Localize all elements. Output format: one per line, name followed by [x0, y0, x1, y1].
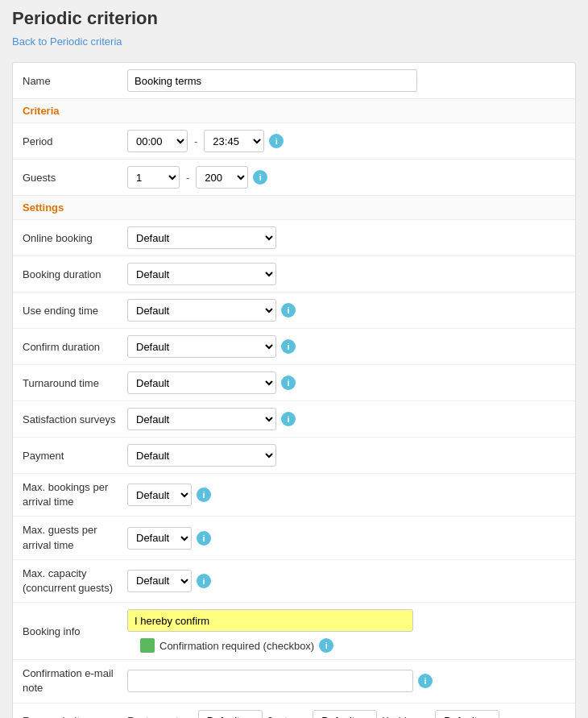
- max-guests-row: Max. guests per arrival time Default i: [13, 517, 575, 559]
- max-capacity-controls: Default i: [127, 570, 565, 592]
- satisfaction-surveys-controls: Default i: [127, 408, 565, 430]
- confirm-duration-info-icon[interactable]: i: [281, 339, 296, 354]
- page-title: Periodic criterion: [12, 8, 576, 29]
- criteria-header: Criteria: [13, 99, 575, 123]
- room-restauranten-label: Restauranten:: [127, 715, 193, 718]
- room-kaelderen-select[interactable]: Default: [435, 710, 499, 719]
- confirm-duration-controls: Default i: [127, 335, 565, 358]
- confirmation-email-input[interactable]: [127, 670, 413, 692]
- max-bookings-info-icon[interactable]: i: [197, 488, 211, 502]
- confirmation-email-row: Confirmation e-mail note i: [13, 660, 575, 703]
- booking-info-row: Booking info Confirmation required (chec…: [13, 603, 575, 660]
- room-2etage-label: 2. etage:: [267, 715, 308, 718]
- max-capacity-info-icon[interactable]: i: [197, 574, 211, 588]
- turnaround-time-select[interactable]: Default: [127, 371, 276, 394]
- guests-separator: -: [186, 172, 189, 184]
- confirm-duration-label: Confirm duration: [23, 341, 127, 353]
- confirm-duration-row: Confirm duration Default i: [13, 329, 575, 365]
- form-section: Name Criteria Period 00:00 00:15 00:30 -…: [12, 62, 576, 718]
- payment-controls: Default: [127, 444, 565, 467]
- satisfaction-surveys-row: Satisfaction surveys Default i: [13, 401, 575, 438]
- satisfaction-surveys-select[interactable]: Default: [127, 408, 276, 430]
- max-guests-label: Max. guests per arrival time: [23, 523, 127, 552]
- period-row: Period 00:00 00:15 00:30 - 23:45 23:30 2…: [13, 123, 575, 160]
- online-booking-row: Online booking Default Yes No: [13, 220, 575, 256]
- max-bookings-select[interactable]: Default: [127, 484, 192, 506]
- period-info-icon[interactable]: i: [269, 134, 284, 148]
- booking-duration-controls: Default: [127, 263, 565, 285]
- booking-duration-row: Booking duration Default: [13, 256, 575, 293]
- name-row: Name: [13, 63, 575, 99]
- turnaround-time-controls: Default i: [127, 371, 565, 394]
- confirmation-email-info-icon[interactable]: i: [418, 674, 433, 688]
- satisfaction-surveys-info-icon[interactable]: i: [281, 412, 296, 426]
- confirmation-required-label: Confirmation required (checkbox): [159, 640, 314, 652]
- confirm-duration-select[interactable]: Default: [127, 335, 276, 358]
- booking-info-controls: Confirmation required (checkbox) i: [127, 609, 565, 653]
- booking-duration-select[interactable]: Default: [127, 263, 276, 285]
- max-capacity-select[interactable]: Default: [127, 570, 192, 592]
- max-capacity-row: Max. capacity (concurrent guests) Defaul…: [13, 560, 575, 603]
- confirmation-email-label: Confirmation e-mail note: [23, 666, 127, 695]
- settings-header: Settings: [13, 196, 575, 220]
- satisfaction-surveys-label: Satisfaction surveys: [23, 413, 127, 425]
- period-controls: 00:00 00:15 00:30 - 23:45 23:30 23:00 i: [127, 130, 565, 152]
- booking-duration-label: Booking duration: [23, 268, 127, 280]
- period-to-select[interactable]: 23:45 23:30 23:00: [204, 130, 264, 152]
- room-priority-label: Room priority: [23, 715, 127, 718]
- payment-row: Payment Default: [13, 438, 575, 474]
- use-ending-time-label: Use ending time: [23, 305, 127, 317]
- payment-select[interactable]: Default: [127, 444, 276, 467]
- max-guests-select[interactable]: Default: [127, 527, 192, 550]
- use-ending-time-controls: Default i: [127, 299, 565, 322]
- online-booking-select[interactable]: Default Yes No: [127, 226, 276, 249]
- guests-info-icon[interactable]: i: [253, 170, 267, 185]
- guests-to-select[interactable]: 200 100 50: [196, 166, 248, 189]
- use-ending-time-select[interactable]: Default: [127, 299, 276, 322]
- room-restauranten-select[interactable]: Default: [198, 710, 263, 719]
- max-bookings-row: Max. bookings per arrival time Default i: [13, 474, 575, 517]
- guests-controls: 1 2 5 - 200 100 50 i: [127, 166, 565, 189]
- use-ending-time-info-icon[interactable]: i: [281, 303, 296, 317]
- max-capacity-label: Max. capacity (concurrent guests): [23, 567, 127, 596]
- online-booking-label: Online booking: [23, 232, 127, 244]
- payment-label: Payment: [23, 450, 127, 462]
- name-label: Name: [23, 75, 127, 87]
- max-guests-info-icon[interactable]: i: [197, 531, 211, 546]
- booking-info-input[interactable]: [127, 609, 413, 632]
- turnaround-time-row: Turnaround time Default i: [13, 365, 575, 401]
- name-controls: [127, 69, 565, 92]
- online-booking-controls: Default Yes No: [127, 226, 565, 249]
- period-separator: -: [194, 135, 197, 147]
- confirmation-checkbox[interactable]: [140, 638, 155, 653]
- name-input[interactable]: [127, 69, 417, 92]
- period-label: Period: [23, 135, 127, 147]
- max-bookings-controls: Default i: [127, 484, 565, 506]
- period-from-select[interactable]: 00:00 00:15 00:30: [127, 130, 188, 152]
- booking-info-label: Booking info: [23, 625, 127, 637]
- guests-from-select[interactable]: 1 2 5: [127, 166, 180, 189]
- room-2etage-select[interactable]: Default: [313, 710, 377, 719]
- turnaround-time-label: Turnaround time: [23, 377, 127, 389]
- max-guests-controls: Default i: [127, 527, 565, 550]
- confirmation-required-info-icon[interactable]: i: [319, 638, 333, 653]
- guests-row: Guests 1 2 5 - 200 100 50 i: [13, 160, 575, 196]
- back-link[interactable]: Back to Periodic criteria: [12, 35, 122, 48]
- use-ending-time-row: Use ending time Default i: [13, 293, 575, 329]
- guests-label: Guests: [23, 172, 127, 184]
- room-priority-row: Room priority Restauranten: Default 2. e…: [13, 703, 575, 719]
- confirmation-email-controls: i: [127, 670, 565, 692]
- turnaround-time-info-icon[interactable]: i: [281, 376, 296, 390]
- max-bookings-label: Max. bookings per arrival time: [23, 480, 127, 509]
- room-kaelderen-label: Kælderen:: [382, 715, 430, 718]
- room-priority-controls: Restauranten: Default 2. etage: Default …: [127, 710, 499, 719]
